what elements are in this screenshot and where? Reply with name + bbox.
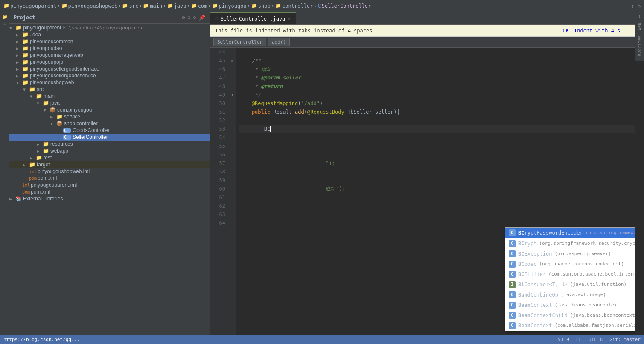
tree-label-parent-iml: pinyougouparent.iml (31, 182, 77, 188)
tree-item-shopweb-iml[interactable]: iml pinyougoushopweb.iml (9, 168, 210, 175)
tree-arrow-webapp[interactable]: ▶ (37, 149, 43, 153)
breadcrumb-com[interactable]: com (198, 3, 207, 9)
warning-ok-button[interactable]: OK (563, 28, 569, 34)
breadcrumb-controller[interactable]: controller (282, 3, 313, 9)
sidebar-header: Project ⚙ ⊕ ⊖ 📌 (9, 12, 210, 24)
tree-arrow-java[interactable]: ▼ (37, 101, 43, 106)
top-right-controls: ↕ ⚙ (631, 3, 641, 9)
tree-arrow-sellerservice[interactable]: ▶ (16, 74, 22, 78)
tree-arrow-managerweb[interactable]: ▶ (16, 53, 22, 58)
favorites-item-favorites[interactable]: Favorites (636, 33, 643, 61)
tab-file-icon: C (215, 16, 218, 21)
tree-arrow-pinyougouparent[interactable]: ▼ (9, 26, 15, 30)
tree-item-goodscontroller[interactable]: C GoodsController (9, 127, 210, 134)
tree-arrow-service[interactable]: ▶ (50, 115, 56, 119)
tree-arrow-src[interactable]: ▼ (23, 87, 29, 92)
breadcrumb-main[interactable]: main (150, 3, 162, 9)
tree-arrow-pojo[interactable]: ▶ (16, 60, 22, 65)
navigation-icon[interactable]: ↕ (631, 3, 634, 9)
tree-arrow-test[interactable]: ▶ (30, 156, 36, 160)
favorites-item-web[interactable]: Web (636, 20, 643, 33)
tree-item-dao[interactable]: ▶ 📁 pinyougoudao (9, 45, 210, 52)
tree-item-shopcontroller[interactable]: ▼ 📦 shop.controller (9, 120, 210, 127)
tree-arrow-target[interactable]: ▶ (23, 162, 29, 167)
tree-item-sellercontroller[interactable]: C SellerController (9, 134, 210, 141)
ac-item-biconsumer[interactable]: I BiConsumer<T, U> (java.util.function) (505, 279, 635, 290)
tree-item-sellerservice[interactable]: ▶ 📁 pinyougousellergoodsservice (9, 72, 210, 79)
tree-item-webapp[interactable]: ▶ 📁 webapp (9, 147, 210, 154)
ac-item-beancontext[interactable]: C BeanContext (java.beans.beancontext) (505, 300, 635, 310)
ac-item-bcrypt[interactable]: C BCrypt (org.springframework.security.c… (505, 238, 635, 249)
tree-arrow-common[interactable]: ▶ (16, 39, 22, 44)
project-sidebar: Project ⚙ ⊕ ⊖ 📌 ▼ 📁 pinyougouparent E:\s… (9, 12, 210, 335)
folder-icon-8: 📁 (251, 3, 257, 9)
tree-item-java[interactable]: ▼ 📁 java (9, 100, 210, 106)
tree-item-pom-root[interactable]: pom pom.xml (9, 188, 210, 195)
tree-item-target[interactable]: ▶ 📁 target (9, 161, 210, 168)
breadcrumb-sellercontroller[interactable]: SellerController (322, 3, 371, 9)
tree-label-resources: resources (50, 141, 73, 147)
breadcrumb-pinyougouparent[interactable]: pinyougouparent (10, 3, 56, 9)
project-icon[interactable]: 📁 (1, 14, 8, 20)
tree-arrow-com[interactable]: ▼ (44, 108, 50, 112)
tree-arrow-idea[interactable]: ▶ (16, 32, 22, 37)
settings-icon[interactable]: ⚙ (638, 3, 641, 9)
ac-item-bandcombineop[interactable]: C BandCombineOp (java.awt.image) (505, 290, 635, 300)
sidebar-expand-icon[interactable]: ⊕ (188, 15, 191, 21)
breadcrumb-shop[interactable]: shop (258, 3, 271, 9)
code-editor[interactable]: /** * 增加 * @param seller * @return */ @R… (236, 48, 635, 335)
tree-item-sellerinterface[interactable]: ▶ 📁 pinyougousellergoodsinterface (9, 65, 210, 72)
tree-arrow-main[interactable]: ▼ (30, 94, 36, 99)
tree-arrow-sellerinterface[interactable]: ▶ (16, 67, 22, 71)
warning-indent-button[interactable]: Indent with 4 s... (574, 28, 629, 34)
code-line-49: */ (239, 91, 635, 99)
tree-item-managerweb[interactable]: ▶ 📁 pinyougoumanagerweb (9, 52, 210, 59)
tree-item-src[interactable]: ▼ 📁 src (9, 86, 210, 93)
ac-item-bcexception[interactable]: C BCException (org.aspectj.weaver) (505, 249, 635, 259)
ac-item-beancontext-alibaba[interactable]: C BeanContext (com.alibaba.fastjson.seri… (505, 320, 635, 331)
tree-item-shopweb[interactable]: ▼ 📁 pinyougoushopweb (9, 79, 210, 86)
ac-item-bcrypt-encoder[interactable]: C BCryptPasswordEncoder (org.springframe… (505, 228, 635, 238)
code-nav-class[interactable]: SellerController (213, 38, 266, 46)
folder-icon-2: 📁 (61, 3, 67, 9)
breadcrumb-pinyougou[interactable]: pinyougou (219, 3, 247, 9)
tab-sellercontroller[interactable]: C SellerController.java × (210, 12, 296, 24)
tree-arrow-external[interactable]: ▶ (9, 197, 15, 201)
tree-item-pom-shopweb[interactable]: pom pom.xml (9, 175, 210, 182)
tree-item-pinyougouparent[interactable]: ▼ 📁 pinyougouparent E:\shanghai34\pinyou… (9, 24, 210, 31)
code-nav-method[interactable]: add() (268, 38, 290, 46)
tree-item-resources[interactable]: ▶ 📁 resources (9, 141, 210, 147)
code-line-62 (239, 202, 635, 210)
autocomplete-dropdown[interactable]: C BCryptPasswordEncoder (org.springframe… (505, 227, 635, 331)
breadcrumb-src[interactable]: src (129, 3, 138, 9)
tree-arrow-resources[interactable]: ▶ (37, 142, 43, 147)
tree-item-main[interactable]: ▼ 📁 main (9, 93, 210, 100)
ac-item-bcodec[interactable]: C BCodec (org.apache.commons.codec.net) (505, 259, 635, 269)
structure-icon[interactable]: ≡ (2, 21, 6, 27)
tree-item-parent-iml[interactable]: iml pinyougouparent.iml (9, 182, 210, 188)
tree-arrow-dao[interactable]: ▶ (16, 46, 22, 51)
class-icon-goods: C (63, 128, 71, 133)
ac-item-bcelifier[interactable]: C BCELifier (com.sun.org.apache.bcel.int… (505, 269, 635, 279)
code-line-51: public Result add(@RequestBody TbSeller … (239, 108, 635, 116)
tab-close-button[interactable]: × (288, 16, 291, 21)
tree-item-pojo[interactable]: ▶ 📁 pinyougoupojo (9, 59, 210, 65)
sidebar-settings-icon[interactable]: ⚙ (182, 15, 185, 21)
warning-bar: This file is indented with tabs instead … (210, 25, 635, 37)
folder-icon-idea: 📁 (22, 32, 30, 38)
tree-item-com-pinyougou[interactable]: ▼ 📦 com.pinyougou (9, 106, 210, 113)
sidebar-pin-icon[interactable]: 📌 (199, 15, 205, 21)
breadcrumb-java[interactable]: java (174, 3, 186, 9)
tree-arrow-shopcontroller[interactable]: ▼ (50, 121, 56, 126)
tree-item-common[interactable]: ▶ 📁 pinyougoucommon (9, 38, 210, 45)
tree-item-idea[interactable]: ▶ 📁 .idea (9, 31, 210, 38)
ac-package-8: (java.beans.beancontext) (554, 301, 622, 309)
iml-icon-shopweb: iml (29, 169, 37, 174)
breadcrumb-shopweb[interactable]: pinyougoushopweb (68, 3, 118, 9)
sidebar-collapse-icon[interactable]: ⊖ (193, 15, 196, 21)
ac-item-beancontextchild[interactable]: C BeanContextChild (java.beans.beanconte… (505, 310, 635, 320)
tree-item-service[interactable]: ▶ 📁 service (9, 113, 210, 120)
tree-item-external[interactable]: ▶ 📚 External Libraries (9, 195, 210, 202)
tree-arrow-shopweb[interactable]: ▼ (16, 80, 22, 85)
tree-item-test[interactable]: ▶ 📁 test (9, 154, 210, 161)
